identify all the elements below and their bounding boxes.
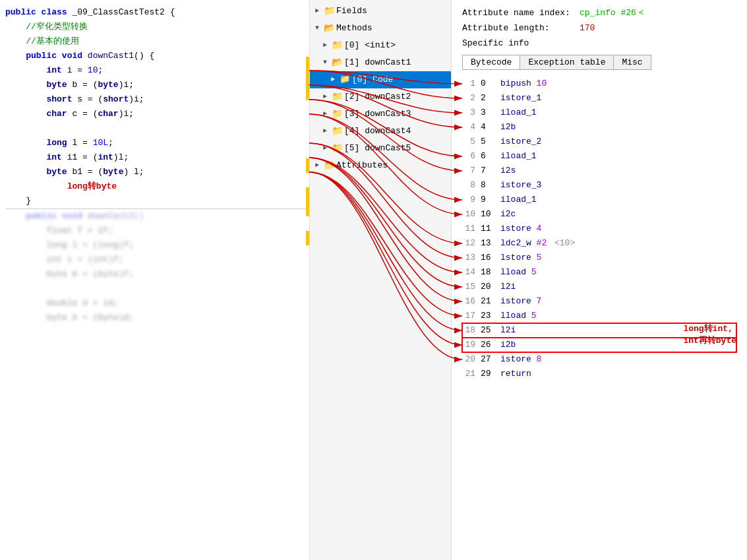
bc-offset: 25 — [478, 323, 498, 338]
bc-offset: 13 — [478, 236, 498, 251]
tree-label-init: [0] <init> — [344, 38, 396, 53]
tree-label-downcast3: [3] downCast3 — [344, 107, 411, 121]
folder-icon-attributes: 📁 — [323, 158, 335, 173]
bc-offset: 2 — [478, 91, 498, 106]
bc-row-num: 4 — [462, 120, 478, 135]
tree-item-init[interactable]: ► 📁 [0] <init> — [310, 37, 451, 54]
tree-label-downcast2: [2] downCast2 — [344, 90, 411, 104]
code-line-close: } — [5, 194, 309, 208]
bytecode-row: 1418lload 5 — [462, 265, 736, 280]
bc-row-num: 1 — [462, 77, 478, 91]
blurred-section: public void downCast2() float f = 1f; lo… — [5, 209, 309, 325]
bc-instr: iload_1 — [498, 106, 736, 120]
bytecode-row: 33iload_1 — [462, 106, 736, 120]
blurred-line7: double d = 1d; — [5, 296, 309, 311]
bytecode-row: 1111istore 4 — [462, 222, 736, 236]
bc-instr: l2i — [498, 280, 736, 294]
bc-offset: 7 — [478, 164, 498, 178]
attr-name-value[interactable]: cp_info #26 — [580, 8, 636, 18]
attr-name-label: Attribute name index: — [462, 8, 574, 18]
bc-instr: istore_1 — [498, 91, 736, 106]
folder-icon-downcast4: 📁 — [331, 124, 343, 139]
code-line-int-i1: int i1 = (int)l; — [5, 150, 309, 165]
bc-row-num: 18 — [462, 323, 478, 338]
tree-arrow-downcast5: ► — [323, 141, 331, 156]
code-line-method: public void downCast1() { — [5, 49, 309, 63]
tree-item-downcast1[interactable]: ▼ 📂 [1] downCast1 — [310, 54, 451, 71]
bookmark-4 — [306, 158, 309, 173]
bc-row-num: 6 — [462, 149, 478, 164]
tree-label-fields: Fields — [336, 4, 367, 18]
bc-instr: lload 5 — [498, 265, 736, 280]
bc-instr: return — [498, 367, 736, 381]
tree-item-methods[interactable]: ▼ 📂 Methods — [310, 20, 451, 37]
bc-row-num: 19 — [462, 338, 478, 352]
tree-label-attributes: Attributes — [336, 158, 388, 173]
attr-length-value: 170 — [580, 23, 595, 33]
tree-label-code: [0] Code — [352, 73, 393, 87]
code-line-blank1 — [5, 121, 309, 136]
folder-icon-init: 📁 — [331, 38, 343, 53]
blurred-line2: float f = 1f; — [5, 224, 309, 238]
bytecode-row: 44i2b — [462, 120, 736, 135]
bc-row-num: 21 — [462, 367, 478, 381]
bc-offset: 23 — [478, 309, 498, 323]
bc-offset: 27 — [478, 352, 498, 367]
bc-offset: 0 — [478, 77, 498, 91]
blurred-line5: byte b = (byte)f; — [5, 267, 309, 282]
tree-item-attributes[interactable]: ► 📁 Attributes — [310, 157, 451, 174]
bc-row-num: 20 — [462, 352, 478, 367]
tree-arrow-fields: ► — [315, 4, 323, 18]
bc-instr: lload 5 — [498, 309, 736, 323]
code-line-byte-b: byte b = (byte)i; — [5, 78, 309, 92]
tree-item-fields[interactable]: ► 📁 Fields — [310, 3, 451, 20]
specific-info-label: Specific info — [462, 38, 736, 48]
bookmark-6 — [306, 231, 309, 245]
bc-offset: 6 — [478, 149, 498, 164]
attr-name-row: Attribute name index: cp_info #26 < — [462, 8, 736, 18]
bc-row-num: 8 — [462, 178, 478, 193]
bytecode-row: 77i2s — [462, 164, 736, 178]
bc-offset: 21 — [478, 294, 498, 309]
bc-offset: 29 — [478, 367, 498, 381]
bc-row-num: 11 — [462, 222, 478, 236]
bytecode-row: 55istore_2 — [462, 135, 736, 149]
tree-arrow-attributes: ► — [315, 158, 323, 173]
bookmark-1 — [306, 57, 309, 71]
bc-instr: istore_2 — [498, 135, 736, 149]
bc-row-num: 2 — [462, 91, 478, 106]
code-line-int-i: int i = 10; — [5, 63, 309, 78]
bc-offset: 11 — [478, 222, 498, 236]
bytecode-row: 1213ldc2_w #2 <10> — [462, 236, 736, 251]
tree-arrow-methods: ▼ — [315, 21, 323, 36]
tab-exception-table[interactable]: Exception table — [520, 55, 614, 69]
bc-offset: 20 — [478, 280, 498, 294]
bytecode-row: 1520l2i — [462, 280, 736, 294]
blurred-line4: int i = (int)f; — [5, 253, 309, 267]
folder-icon-methods: 📂 — [323, 21, 335, 36]
folder-icon-downcast5: 📁 — [331, 141, 343, 156]
tree-item-code[interactable]: ► 📁 [0] Code — [310, 71, 451, 88]
bookmark-5 — [306, 187, 309, 216]
tab-misc[interactable]: Misc — [614, 55, 650, 69]
attr-length-row: Attribute length: 170 — [462, 23, 736, 33]
folder-icon-downcast3: 📁 — [331, 107, 343, 121]
bc-instr: lstore 5 — [498, 251, 736, 265]
tab-bytecode[interactable]: Bytecode — [463, 55, 520, 69]
tree-arrow-downcast1: ▼ — [323, 55, 331, 70]
tree-arrow-downcast4: ► — [323, 124, 331, 139]
bc-row-num: 12 — [462, 236, 478, 251]
bc-instr: i2c — [498, 207, 736, 222]
tree-arrow-code: ► — [331, 73, 339, 87]
tree-item-downcast3[interactable]: ► 📁 [3] downCast3 — [310, 106, 451, 123]
attr-length-label: Attribute length: — [462, 23, 574, 33]
annotation-long-int-byte: long转int,int再转byte — [683, 323, 736, 347]
tree-item-downcast2[interactable]: ► 📁 [2] downCast2 — [310, 88, 451, 106]
bytecode-row: 66iload_1 — [462, 149, 736, 164]
tree-item-downcast4[interactable]: ► 📁 [4] downCast4 — [310, 123, 451, 140]
bytecode-row: 2129return — [462, 367, 736, 381]
tree-item-downcast5[interactable]: ► 📁 [5] downCast5 — [310, 140, 451, 157]
code-line-comment1: //窄化类型转换 — [5, 20, 309, 34]
bc-offset: 10 — [478, 207, 498, 222]
tabs-container: Bytecode Exception table Misc — [462, 55, 651, 70]
